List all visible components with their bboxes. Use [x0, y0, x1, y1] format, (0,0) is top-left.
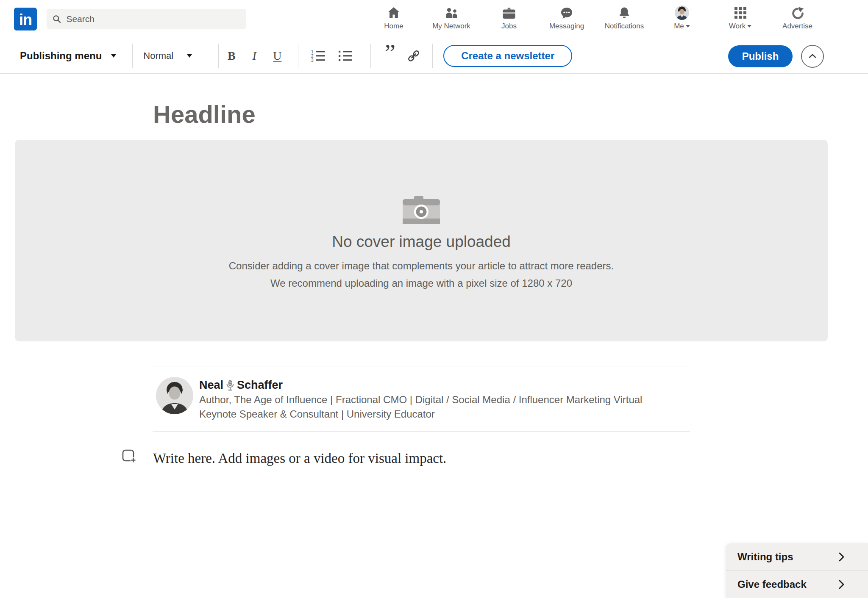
- nav-item-home[interactable]: Home: [365, 0, 423, 38]
- top-navigation: in Home: [0, 0, 868, 38]
- advertise-icon: [790, 6, 805, 20]
- ordered-list-icon: 1 2 3: [311, 50, 326, 62]
- me-avatar: [675, 6, 689, 20]
- svg-text:3: 3: [311, 58, 314, 63]
- nav-label: My Network: [432, 22, 470, 30]
- toolbar-divider: [218, 44, 219, 68]
- microphone-emoji-icon: [226, 380, 234, 391]
- chevron-up-icon: [807, 51, 818, 61]
- article-body-placeholder[interactable]: Write here. Add images or a video for vi…: [153, 451, 446, 466]
- blockquote-button[interactable]: ”: [381, 45, 399, 66]
- toolbar-divider: [298, 44, 298, 68]
- nav-label: Notifications: [605, 22, 644, 30]
- author-headline: Author, The Age of Influence | Fractiona…: [199, 393, 642, 421]
- link-icon: [407, 49, 420, 63]
- nav-item-jobs[interactable]: Jobs: [480, 0, 538, 38]
- author-divider-bottom: [153, 431, 690, 432]
- search-bar[interactable]: [47, 9, 246, 29]
- toolbar-divider: [132, 44, 133, 68]
- paragraph-style-dropdown[interactable]: Normal: [143, 50, 192, 61]
- nav-item-me[interactable]: Me: [653, 0, 711, 38]
- primary-nav: Home My Network: [365, 0, 711, 38]
- ordered-list-button[interactable]: 1 2 3: [309, 45, 328, 66]
- search-icon: [53, 14, 61, 24]
- my-network-icon: [445, 6, 458, 20]
- notifications-icon: [618, 6, 630, 20]
- chevron-down-icon: [111, 54, 116, 58]
- nav-label: Me: [674, 22, 690, 30]
- toolbar-divider: [432, 44, 433, 68]
- linkedin-logo[interactable]: in: [14, 8, 37, 30]
- cover-image-upload-area[interactable]: No cover image uploaded Consider adding …: [15, 140, 828, 341]
- italic-button[interactable]: I: [245, 45, 264, 66]
- publishing-menu-dropdown[interactable]: Publishing menu: [20, 50, 116, 62]
- bold-button[interactable]: B: [222, 45, 241, 66]
- publishing-toolbar: Publishing menu Normal B I U 1 2 3: [0, 39, 868, 74]
- toolbar-divider: [370, 44, 371, 68]
- nav-label: Messaging: [549, 22, 584, 30]
- nav-divider: [711, 1, 711, 37]
- nav-item-notifications[interactable]: Notifications: [595, 0, 653, 38]
- quote-icon: ”: [384, 49, 395, 63]
- cover-hint-line2: We recommend uploading an image with a p…: [15, 277, 828, 289]
- article-editor-page: in Home: [0, 0, 868, 598]
- author-divider-top: [153, 366, 690, 366]
- secondary-nav: Work Advertise: [712, 0, 826, 38]
- home-icon: [387, 6, 401, 20]
- nav-label: Home: [384, 22, 403, 30]
- add-media-icon[interactable]: [122, 449, 136, 463]
- nav-item-advertise[interactable]: Advertise: [769, 0, 826, 38]
- chevron-down-icon: [187, 54, 192, 58]
- cover-hint-line1: Consider adding a cover image that compl…: [15, 260, 828, 272]
- nav-item-my-network[interactable]: My Network: [423, 0, 480, 38]
- tips-panel: Writing tips Give feedback: [726, 543, 868, 598]
- jobs-icon: [503, 6, 515, 20]
- headline-placeholder[interactable]: Headline: [153, 100, 256, 128]
- camera-icon: [403, 196, 440, 224]
- bullet-list-icon: [338, 50, 353, 62]
- chevron-right-icon: [838, 579, 845, 590]
- messaging-icon: [560, 6, 573, 20]
- bullet-list-button[interactable]: [336, 45, 355, 66]
- chevron-right-icon: [838, 551, 845, 562]
- nav-label: Jobs: [501, 22, 517, 30]
- cover-empty-title: No cover image uploaded: [15, 233, 828, 251]
- insert-link-button[interactable]: [404, 45, 423, 66]
- work-grid-icon: [734, 6, 746, 20]
- writing-tips-button[interactable]: Writing tips: [726, 543, 868, 570]
- nav-label: Work: [729, 22, 751, 30]
- author-avatar: [156, 377, 193, 414]
- nav-label: Advertise: [782, 22, 812, 30]
- collapse-toolbar-button[interactable]: [801, 45, 824, 68]
- give-feedback-button[interactable]: Give feedback: [726, 570, 868, 598]
- author-name: Neal Schaffer: [199, 379, 283, 392]
- underline-button[interactable]: U: [268, 45, 287, 66]
- chevron-down-icon: [747, 25, 751, 28]
- nav-item-messaging[interactable]: Messaging: [538, 0, 595, 38]
- chevron-down-icon: [686, 25, 690, 28]
- publish-button[interactable]: Publish: [728, 45, 793, 67]
- create-newsletter-button[interactable]: Create a newsletter: [443, 45, 572, 67]
- nav-item-work[interactable]: Work: [712, 0, 769, 38]
- search-input[interactable]: [66, 14, 240, 24]
